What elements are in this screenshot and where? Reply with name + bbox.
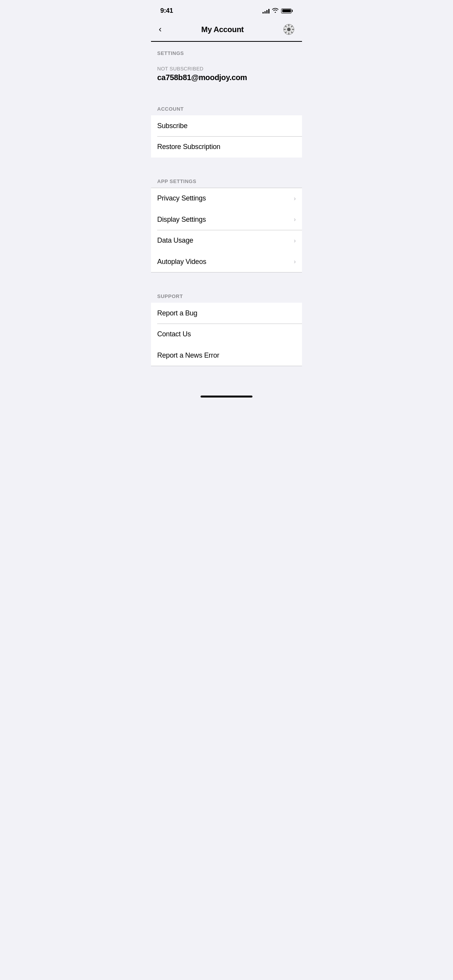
spacer-5	[151, 379, 302, 391]
signal-bar-1	[263, 12, 264, 14]
status-bar: 9:41	[151, 0, 302, 19]
settings-label: SETTINGS	[157, 50, 184, 56]
data-usage-label: Data Usage	[157, 236, 193, 245]
display-settings-chevron: ›	[294, 216, 296, 223]
support-list: Report a Bug Contact Us Report a News Er…	[151, 303, 302, 366]
privacy-settings-label: Privacy Settings	[157, 194, 206, 202]
gear-icon	[283, 24, 295, 35]
account-section-header: ACCOUNT	[151, 98, 302, 115]
report-news-error-label: Report a News Error	[157, 351, 219, 360]
spacer-2	[151, 158, 302, 170]
support-label: SUPPORT	[157, 293, 183, 299]
app-settings-list: Privacy Settings › Display Settings › Da…	[151, 188, 302, 272]
report-bug-label: Report a Bug	[157, 309, 197, 317]
data-usage-chevron: ›	[294, 237, 296, 244]
home-indicator	[151, 391, 302, 401]
signal-bar-2	[264, 11, 266, 14]
report-news-error-item[interactable]: Report a News Error	[151, 345, 302, 366]
account-section: ACCOUNT Subscribe Restore Subscription	[151, 98, 302, 158]
account-info: NOT SUBSCRIBED ca758b81@moodjoy.com	[151, 60, 302, 85]
autoplay-videos-chevron: ›	[294, 258, 296, 265]
spacer-4	[151, 366, 302, 379]
support-header: SUPPORT	[151, 285, 302, 303]
support-section: SUPPORT Report a Bug Contact Us Report a…	[151, 285, 302, 366]
display-settings-item[interactable]: Display Settings ›	[151, 209, 302, 230]
back-icon: ‹	[159, 25, 161, 34]
back-button[interactable]: ‹	[157, 24, 163, 35]
page-title: My Account	[201, 25, 244, 34]
contact-us-item[interactable]: Contact Us	[151, 324, 302, 345]
data-usage-item[interactable]: Data Usage ›	[151, 230, 302, 251]
autoplay-videos-label: Autoplay Videos	[157, 258, 206, 266]
signal-bars-icon	[263, 8, 269, 14]
settings-section-header: SETTINGS	[151, 42, 302, 60]
app-settings-header: APP SETTINGS	[151, 170, 302, 188]
account-status: NOT SUBSCRIBED	[157, 66, 296, 72]
wifi-icon	[272, 8, 279, 14]
status-icons	[263, 8, 293, 14]
restore-subscription-item[interactable]: Restore Subscription	[151, 137, 302, 158]
home-bar	[201, 396, 252, 397]
gear-button[interactable]	[282, 22, 296, 36]
contact-us-label: Contact Us	[157, 330, 191, 338]
restore-subscription-label: Restore Subscription	[157, 143, 220, 151]
svg-point-1	[287, 28, 291, 31]
account-list: Subscribe Restore Subscription	[151, 115, 302, 158]
battery-icon	[281, 9, 293, 14]
signal-bar-4	[268, 9, 269, 14]
subscribe-item[interactable]: Subscribe	[151, 115, 302, 136]
content: SETTINGS NOT SUBSCRIBED ca758b81@moodjoy…	[151, 42, 302, 391]
nav-bar: ‹ My Account	[151, 19, 302, 41]
report-bug-item[interactable]: Report a Bug	[151, 303, 302, 324]
status-time: 9:41	[160, 7, 173, 15]
spacer-1	[151, 85, 302, 98]
privacy-settings-item[interactable]: Privacy Settings ›	[151, 188, 302, 209]
spacer-3	[151, 272, 302, 285]
account-label: ACCOUNT	[157, 106, 184, 112]
account-email: ca758b81@moodjoy.com	[157, 73, 296, 82]
autoplay-videos-item[interactable]: Autoplay Videos ›	[151, 251, 302, 272]
app-settings-section: APP SETTINGS Privacy Settings › Display …	[151, 170, 302, 272]
signal-bar-3	[266, 10, 268, 14]
subscribe-label: Subscribe	[157, 122, 187, 130]
app-settings-label: APP SETTINGS	[157, 178, 196, 184]
privacy-settings-chevron: ›	[294, 195, 296, 202]
display-settings-label: Display Settings	[157, 216, 206, 224]
